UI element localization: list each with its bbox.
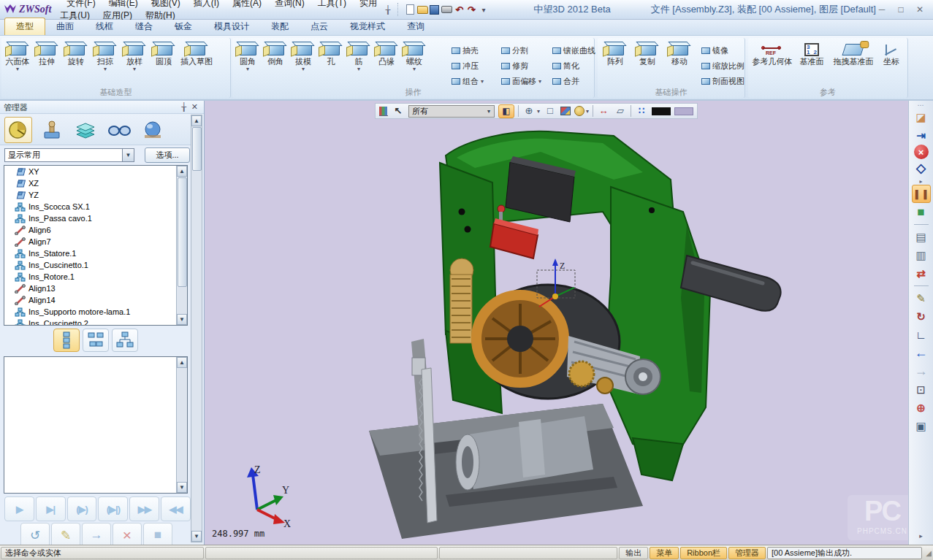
pin-icon[interactable]: ╁ <box>181 102 186 112</box>
tree-item[interactable]: Ins_Scocca SX.1 <box>4 201 187 212</box>
ribbon-button[interactable]: 旋转 ▾ <box>61 39 91 73</box>
rewind-button[interactable]: ◀◀ <box>161 496 191 521</box>
scroll-thumb[interactable] <box>192 127 202 171</box>
ribbon-tab[interactable]: 缝合 <box>124 18 164 35</box>
tree-item[interactable]: Align13 <box>4 283 187 294</box>
exit-icon[interactable]: ⇥ <box>912 126 931 145</box>
reference-geometry-button[interactable]: REF 参考几何体 <box>750 39 795 67</box>
ribbon-button[interactable]: 倒角 ▾ <box>262 39 289 73</box>
graphics-viewport[interactable]: Z ↖ 所有 ▾ ◧ ⊕ ▾ □ ▾ ↔ ▱ ∷ <box>205 101 908 545</box>
ribbon-button[interactable]: 阵列 ▾ <box>599 39 631 73</box>
close-button[interactable]: ✕ <box>914 4 926 15</box>
ribbon-button[interactable]: 筋 ▾ <box>345 39 373 73</box>
resize-grip-icon[interactable]: ◢ <box>923 549 933 557</box>
ribbon-small-button[interactable]: 镜像 <box>701 45 753 56</box>
ribbon-button[interactable]: 拉伸 ▾ <box>32 39 61 73</box>
ribbon-button[interactable]: 圆顶 ▾ <box>149 39 178 73</box>
pin-icon[interactable]: ╁ <box>386 5 391 15</box>
chevron-down-icon[interactable]: ▾ <box>537 108 540 115</box>
save-button[interactable] <box>430 3 441 16</box>
display-mode-icon[interactable]: ▤ <box>912 228 931 246</box>
measure-plane-icon[interactable]: ▱ <box>614 104 627 118</box>
stop-button[interactable]: ■ <box>143 523 172 545</box>
chevron-down-icon[interactable]: ▾ <box>484 108 494 115</box>
close-icon[interactable]: ✕ <box>191 102 198 112</box>
tree-item[interactable]: XY <box>4 166 187 177</box>
sketch-icon[interactable]: ✎ <box>912 289 931 307</box>
ribbon-button[interactable]: 插入草图 ▾ <box>178 39 215 73</box>
toolbar-drag-grip[interactable]: ⋯ <box>912 102 931 108</box>
ribbon-tab[interactable]: 钣金 <box>164 18 203 35</box>
separator[interactable] <box>914 285 929 286</box>
ribbon-tab[interactable]: 点云 <box>300 18 339 35</box>
ribbon-small-button[interactable]: 分割 ▾ <box>501 45 547 56</box>
chevron-down-icon[interactable]: ▾ <box>586 108 589 115</box>
ribbon-tab[interactable]: 查询 <box>396 18 435 35</box>
scroll-up-icon[interactable]: ▲ <box>177 166 187 177</box>
undo-button[interactable]: ↶ <box>454 3 465 16</box>
preview-list-box[interactable]: ▲ ▼ <box>4 356 188 494</box>
ribbon-tab[interactable]: 线框 <box>85 18 124 35</box>
ribbon-button[interactable]: 扫掠 ▾ <box>91 39 120 73</box>
rotate-view-icon[interactable]: ↻ <box>912 307 931 326</box>
ribbon-button[interactable]: 凸缘 ▾ <box>373 39 400 73</box>
tree-scrollbar[interactable]: ▲ ▼ <box>176 166 187 325</box>
ribbon-button[interactable]: 拔模 ▾ <box>289 39 317 73</box>
shaded-mode-icon[interactable]: ⊕ <box>522 104 536 118</box>
play-loop-button[interactable]: (▶) <box>67 496 97 521</box>
flyout-arrow-icon[interactable]: ▸ <box>912 177 931 185</box>
manager-tab-layers[interactable] <box>72 117 99 143</box>
toolbar-options-icon[interactable]: ▾ <box>479 3 490 16</box>
tree-item[interactable]: YZ <box>4 189 187 201</box>
ribbon-button[interactable]: 螺纹 ▾ <box>400 39 428 73</box>
csys-button[interactable]: 坐标 <box>878 39 905 67</box>
tree-item[interactable]: Align14 <box>4 294 187 306</box>
print-button[interactable] <box>441 3 452 16</box>
blank-erase-icon[interactable]: ◪ <box>912 108 931 126</box>
drag-datum-button[interactable]: 拖拽基准面 <box>829 39 878 67</box>
regen-button[interactable]: ↺ <box>20 523 50 545</box>
lavender-swatch[interactable] <box>674 107 693 115</box>
ribbon-tab[interactable]: 视觉样式 <box>339 18 396 35</box>
display-filter-dropdown[interactable]: 显示常用 ▼ <box>4 148 134 162</box>
color-wheel-icon[interactable] <box>574 106 584 116</box>
view-next-icon[interactable]: → <box>912 362 931 380</box>
ribbon-small-button[interactable]: 剖面视图 <box>701 76 753 87</box>
zoom-window-icon[interactable]: ▣ <box>912 417 931 435</box>
scroll-up-icon[interactable]: ▲ <box>191 115 202 126</box>
scroll-up-icon[interactable]: ▲ <box>177 357 187 368</box>
view-mode-list-button[interactable] <box>53 329 80 352</box>
view-mode-tree-button[interactable] <box>83 329 109 352</box>
menu-item[interactable]: 属性(A) <box>226 0 268 9</box>
zoom-all-icon[interactable]: ⊡ <box>912 380 931 399</box>
ribbon-button[interactable]: 六面体 ▾ <box>3 39 32 73</box>
list-scrollbar[interactable]: ▲ ▼ <box>176 357 187 493</box>
manager-tab-render[interactable] <box>139 117 167 143</box>
panel-scrollbar[interactable]: ▲ ▼ <box>191 115 202 542</box>
fast-forward-button[interactable]: ▶▶ <box>129 496 159 521</box>
datum-plane-button[interactable]: 312 基准面 <box>795 39 829 67</box>
ribbon-small-button[interactable]: 面偏移 ▾ <box>501 76 547 87</box>
ribbon-small-button[interactable]: 抽壳 ▾ <box>452 45 495 56</box>
minimize-button[interactable]: ─ <box>876 4 888 15</box>
menu-item[interactable]: 工具(T) <box>311 0 353 9</box>
filter-type-icon[interactable] <box>379 107 388 116</box>
step-forward-button[interactable]: ▶| <box>36 496 66 521</box>
chevron-down-icon[interactable]: ▼ <box>122 149 134 161</box>
separator[interactable] <box>914 224 929 225</box>
swap-views-icon[interactable]: ⇄ <box>912 264 931 283</box>
manager-toggle[interactable]: 管理器 <box>728 547 766 559</box>
ribbon-small-button[interactable]: 冲压 ▾ <box>452 61 495 72</box>
cancel-icon[interactable]: × <box>914 145 929 159</box>
menu-item[interactable]: 插入(I) <box>187 0 226 9</box>
menu-item[interactable]: 查询(N) <box>268 0 311 9</box>
ribbon-small-button[interactable]: 组合 ▾ <box>452 76 495 87</box>
scroll-down-icon[interactable]: ▼ <box>177 482 187 493</box>
tree-item[interactable]: Ins_Cuscinetto.1 <box>4 259 187 271</box>
ribbon-tab[interactable]: 模具设计 <box>203 18 260 35</box>
ribbon-small-button[interactable]: 修剪 ▾ <box>501 61 547 72</box>
pick-filter-icon[interactable]: ◇ <box>912 159 931 177</box>
pick-cursor-icon[interactable]: ↖ <box>392 104 405 118</box>
ribbon-toggle[interactable]: Ribbon栏 <box>680 547 727 559</box>
ribbon-button[interactable]: 放样 ▾ <box>120 39 149 73</box>
